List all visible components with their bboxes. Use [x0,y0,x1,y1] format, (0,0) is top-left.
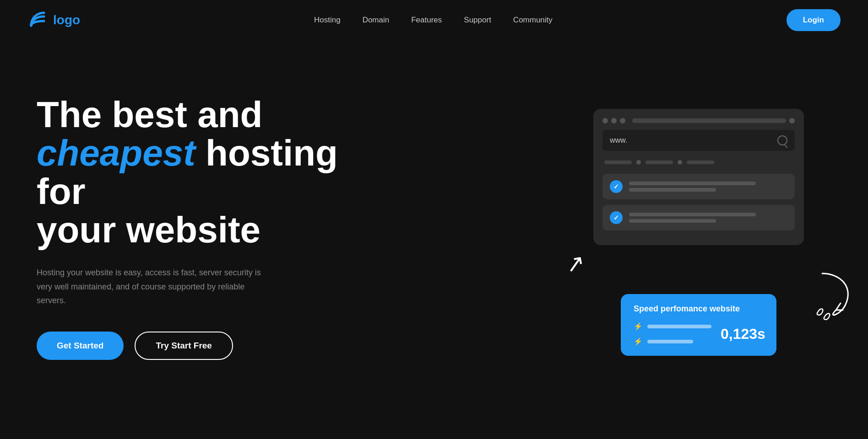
speed-bar-1 [647,325,711,328]
nav-dot-2 [646,161,673,164]
hero-title-highlight: cheapest [37,133,195,173]
dot-end [789,118,795,123]
check-icon-2 [610,211,623,224]
check-lines-2 [629,213,787,223]
speed-card-title: Speed perfomance website [634,304,764,314]
search-icon [777,135,787,145]
bolt-icon-2: ⚡ [634,337,643,346]
address-bar: www. [602,130,795,151]
navbar: logo Hosting Domain Features Support Com… [0,0,868,40]
speed-card: Speed perfomance website ⚡ ⚡ 0,123s [621,294,776,356]
dot-2 [611,118,617,123]
speed-bars: ⚡ ⚡ [634,322,711,346]
speed-value: 0,123s [721,326,765,343]
speed-rows: ⚡ ⚡ 0,123s [634,322,764,346]
nav-link-support[interactable]: Support [464,16,491,24]
nav-dot-3 [687,161,714,164]
hero-left: The best and cheapest hosting for your w… [37,96,357,360]
hero-title-line3: your website [37,209,260,250]
nav-link-hosting[interactable]: Hosting [314,16,341,24]
nav-dot-sm-2 [678,160,682,165]
logo-text: logo [53,13,80,27]
nav-links: Hosting Domain Features Support Communit… [314,16,553,25]
dot-3 [620,118,625,123]
check-item-2 [602,205,795,230]
browser-bar-line [632,118,786,123]
check-item-1 [602,174,795,199]
hero-title-line1: The best and [37,94,262,135]
check-line-2a [629,213,756,216]
nav-link-domain[interactable]: Domain [363,16,390,24]
hero-section: The best and cheapest hosting for your w… [0,40,868,415]
check-line-2b [629,219,716,223]
logo-icon [27,9,49,31]
speed-bar-row-1: ⚡ [634,322,711,331]
bolt-icon-1: ⚡ [634,322,643,331]
nav-dot-1 [604,161,632,164]
nav-link-features[interactable]: Features [411,16,442,24]
browser-dots-row [602,118,795,123]
try-start-free-button[interactable]: Try Start Free [135,332,233,360]
hero-buttons: Get Started Try Start Free [37,332,357,360]
nav-dot-sm-1 [636,160,641,165]
nav-link-community[interactable]: Community [513,16,553,24]
check-line-1b [629,188,716,192]
browser-card: www. [593,109,804,245]
address-text: www. [610,136,627,145]
arrow-right-icon [813,269,859,324]
hero-title: The best and cheapest hosting for your w… [37,96,357,249]
browser-nav-dots [602,157,795,167]
login-button[interactable]: Login [787,9,841,31]
speed-bar-row-2: ⚡ [634,337,711,346]
check-icon-1 [610,180,623,193]
arrow-left-icon: ↗ [564,249,587,278]
speed-bar-2 [647,340,693,343]
dot-1 [602,118,608,123]
check-lines-1 [629,182,787,192]
hero-right: www. [593,95,841,360]
hero-description: Hosting your website is easy, access is … [37,266,275,308]
get-started-button[interactable]: Get Started [37,332,124,360]
check-line-1a [629,182,756,185]
logo-area: logo [27,9,80,31]
